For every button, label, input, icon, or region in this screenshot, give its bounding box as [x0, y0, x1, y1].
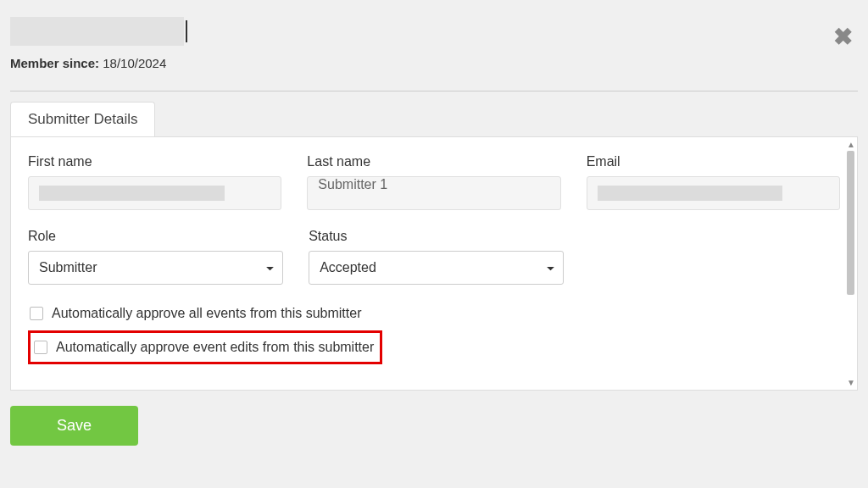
group-last-name: Last name Submitter 1	[307, 154, 560, 210]
auto-approve-edits-checkbox[interactable]	[34, 341, 47, 354]
redacted-content	[39, 186, 225, 201]
form-row-names: First name Last name Submitter 1 Email	[28, 154, 840, 210]
scrollbar[interactable]: ▲ ▼	[844, 137, 857, 390]
highlighted-option: Automatically approve event edits from t…	[28, 330, 382, 364]
role-select-wrap: Submitter	[28, 251, 283, 285]
status-select[interactable]: Accepted	[309, 251, 564, 285]
auto-approve-edits-label: Automatically approve event edits from t…	[56, 340, 374, 355]
modal-header: Member since: 18/10/2024	[10, 10, 858, 82]
status-label: Status	[309, 229, 564, 244]
last-name-label: Last name	[307, 154, 560, 169]
form-row-role-status: Role Submitter Status Accepted	[28, 229, 564, 285]
divider	[10, 91, 858, 92]
group-first-name: First name	[28, 154, 281, 210]
auto-approve-events-checkbox[interactable]	[30, 307, 43, 320]
member-since: Member since: 18/10/2024	[10, 56, 858, 70]
member-since-value: 18/10/2024	[103, 56, 166, 70]
email-label: Email	[587, 154, 840, 169]
role-label: Role	[28, 229, 283, 244]
close-icon: ✖	[833, 24, 853, 50]
save-button[interactable]: Save	[10, 406, 138, 446]
submitter-modal: ✖ Member since: 18/10/2024 Submitter Det…	[0, 0, 868, 456]
auto-approve-edits-row[interactable]: Automatically approve event edits from t…	[32, 337, 376, 358]
submitter-name-redacted	[10, 17, 184, 46]
group-status: Status Accepted	[309, 229, 564, 285]
role-select[interactable]: Submitter	[28, 251, 283, 285]
group-role: Role Submitter	[28, 229, 283, 285]
auto-approve-events-label: Automatically approve all events from th…	[52, 306, 361, 321]
redacted-content	[598, 186, 783, 201]
last-name-input[interactable]: Submitter 1	[307, 176, 560, 210]
close-button[interactable]: ✖	[833, 25, 853, 49]
submitter-details-panel: First name Last name Submitter 1 Email R…	[10, 136, 858, 391]
status-select-wrap: Accepted	[309, 251, 564, 285]
tabs: Submitter Details	[10, 102, 858, 136]
scroll-down-icon[interactable]: ▼	[847, 378, 855, 387]
first-name-label: First name	[28, 154, 281, 169]
member-since-label: Member since:	[10, 56, 99, 70]
group-email: Email	[587, 154, 840, 210]
email-input[interactable]	[587, 176, 840, 210]
scroll-up-icon[interactable]: ▲	[847, 140, 855, 149]
auto-approve-events-row[interactable]: Automatically approve all events from th…	[28, 303, 840, 324]
first-name-input[interactable]	[28, 176, 281, 210]
tab-submitter-details[interactable]: Submitter Details	[10, 102, 155, 136]
scroll-thumb[interactable]	[847, 151, 854, 295]
